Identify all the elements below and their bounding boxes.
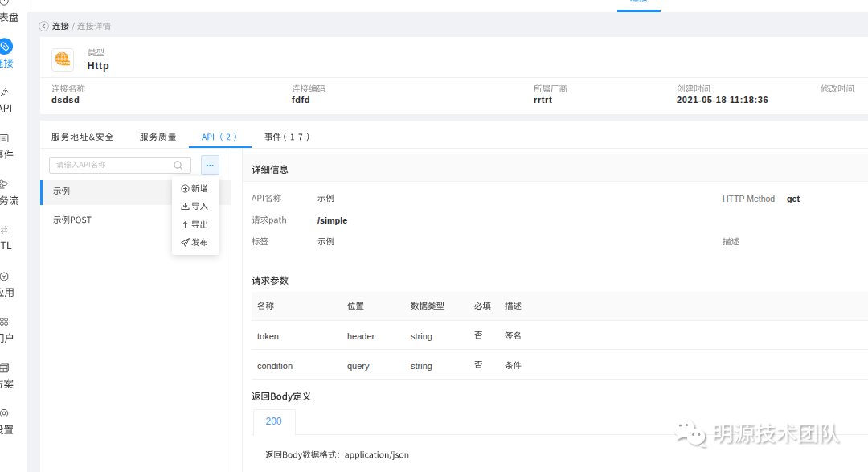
svg-text:HTTP: HTTP bbox=[61, 61, 70, 65]
